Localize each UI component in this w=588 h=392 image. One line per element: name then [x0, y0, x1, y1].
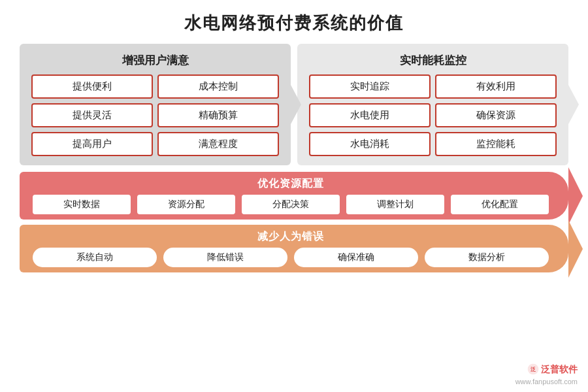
middle-banner: 优化资源配置 实时数据 资源分配 分配决策 调整计划 优化配置 [20, 172, 568, 220]
list-item: 水电使用 [309, 103, 431, 127]
watermark-url: www.fanpusoft.com [515, 376, 578, 387]
list-item: 精确预算 [157, 103, 279, 127]
list-item: 成本控制 [157, 74, 279, 99]
fanpu-brand-icon: 泛 [527, 363, 540, 376]
list-item: 水电消耗 [309, 132, 431, 156]
left-panel-grid: 提供便利 成本控制 提供灵活 精确预算 提高用户 满意程度 [31, 74, 279, 156]
list-item: 调整计划 [346, 195, 444, 214]
list-item: 满意程度 [157, 132, 279, 156]
bottom-banner-items: 系统自动 降低错误 确保准确 数据分析 [33, 248, 549, 267]
left-panel-arrow [291, 85, 301, 124]
middle-banner-title: 优化资源配置 [33, 177, 549, 191]
right-panel-arrow [568, 85, 579, 124]
fanpu-logo: 泛 泛普软件 [515, 363, 578, 376]
bottom-banner-title: 减少人为错误 [33, 230, 549, 244]
list-item: 监控能耗 [435, 132, 557, 156]
right-panel-grid: 实时追踪 有效利用 水电使用 确保资源 水电消耗 监控能耗 [309, 74, 557, 156]
list-item: 数据分析 [425, 248, 549, 267]
right-panel: 实时能耗监控 实时追踪 有效利用 水电使用 确保资源 水电消耗 监控能耗 [297, 44, 568, 165]
bottom-section: 优化资源配置 实时数据 资源分配 分配决策 调整计划 优化配置 减少人为错误 系… [20, 172, 568, 385]
watermark: 泛 泛普软件 www.fanpusoft.com [515, 363, 578, 387]
bottom-banner: 减少人为错误 系统自动 降低错误 确保准确 数据分析 [20, 225, 568, 272]
list-item: 提供便利 [31, 74, 153, 99]
list-item: 有效利用 [435, 74, 557, 99]
list-item: 系统自动 [33, 248, 157, 267]
list-item: 优化配置 [451, 195, 549, 214]
list-item: 实时数据 [33, 195, 131, 214]
list-item: 确保资源 [435, 103, 557, 127]
list-item: 确保准确 [294, 248, 418, 267]
middle-banner-items: 实时数据 资源分配 分配决策 调整计划 优化配置 [33, 195, 549, 214]
list-item: 实时追踪 [309, 74, 431, 99]
list-item: 降低错误 [163, 248, 287, 267]
watermark-brand: 泛普软件 [541, 363, 578, 376]
page-title: 水电网络预付费系统的价值 [20, 12, 568, 35]
right-panel-title: 实时能耗监控 [309, 53, 557, 68]
svg-text:泛: 泛 [531, 366, 536, 372]
list-item: 提供灵活 [31, 103, 153, 127]
list-item: 提高用户 [31, 132, 153, 156]
list-item: 资源分配 [137, 195, 235, 214]
left-panel: 增强用户满意 提供便利 成本控制 提供灵活 精确预算 提高用户 满意程度 [20, 44, 291, 165]
left-panel-title: 增强用户满意 [31, 53, 279, 68]
top-section: 增强用户满意 提供便利 成本控制 提供灵活 精确预算 提高用户 满意程度 实时能… [20, 44, 568, 165]
list-item: 分配决策 [242, 195, 340, 214]
